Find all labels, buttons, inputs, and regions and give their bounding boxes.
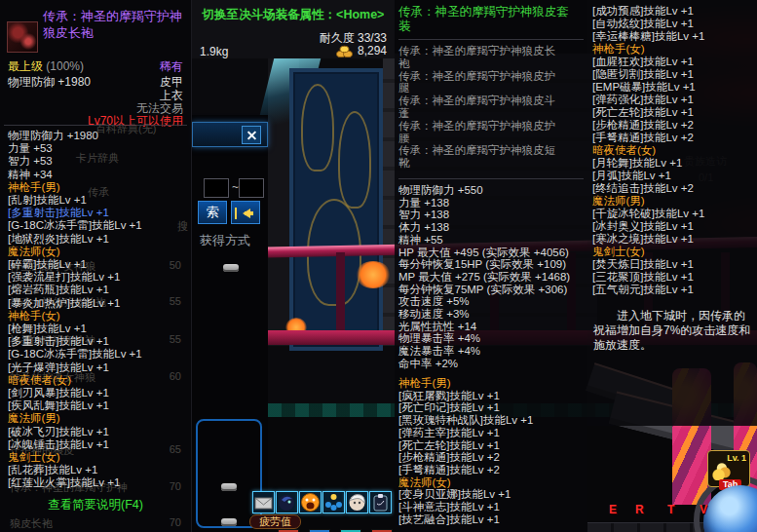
skill-line: [EMP磁暴]技能Lv +1 bbox=[592, 81, 704, 94]
set-stat-line: 魔法暴击率 +4% bbox=[398, 345, 570, 358]
item-stat-line: [破冰飞刃]技能Lv +1 bbox=[8, 426, 142, 438]
set-skill-line: [死亡印记]技能Lv +1 bbox=[398, 401, 533, 414]
set-stat-line: MP 最大值 +275 (实际效果 +1468) bbox=[398, 271, 570, 284]
item-stats-list: 物理防御力 +1980力量 +53智力 +53精神 +34神枪手(男)[乱射]技… bbox=[8, 130, 142, 490]
partial-search-window: ~ 索 获得方式 bbox=[192, 115, 268, 532]
drawer-handle[interactable] bbox=[221, 518, 237, 526]
emote-toolbar bbox=[252, 491, 392, 513]
price-value: 8,294 bbox=[358, 44, 387, 57]
level-max-input[interactable] bbox=[239, 178, 264, 198]
set-skills-list: 神枪手(男)[疯狂屠戮]技能Lv +1[死亡印记]技能Lv +1[黑玫瑰特种战队… bbox=[398, 377, 533, 525]
set-tooltip: 传承：神圣的摩羯守护神狼皮套装 传承：神圣的摩羯守护神狼皮长袍传承：神圣的摩羯守… bbox=[395, 0, 587, 532]
gold-coins-icon bbox=[712, 463, 734, 480]
close-icon[interactable] bbox=[242, 126, 261, 144]
window-titlebar[interactable] bbox=[192, 122, 268, 147]
item-grade: 最上级 (100%) bbox=[8, 58, 84, 75]
item-title: 传承：神圣的摩羯守护神狼皮长袍 bbox=[43, 8, 189, 41]
item-stat-line: [暴炎加热炉]技能Lv +1 bbox=[8, 297, 142, 310]
equip-header-bar: 切换至决斗场装备属性：<Home> 耐久度 33/33 1.9kg 8,294 bbox=[192, 0, 395, 58]
brief-description-hint: 查看简要说明(F4) bbox=[0, 497, 191, 513]
item-stat-line: 暗夜使者(女) bbox=[8, 374, 142, 387]
skill-line: [焚天炼日]技能Lv +1 bbox=[592, 258, 704, 271]
molecule-icon[interactable] bbox=[322, 491, 345, 513]
set-skill-line: [变身贝亚娜]技能Lv +1 bbox=[398, 488, 533, 501]
item-stat-line: 魔法师(女) bbox=[8, 246, 142, 258]
rarity-label: 稀有 bbox=[160, 58, 183, 75]
item-stat-line: [碎霸]技能Lv +1 bbox=[8, 258, 142, 271]
shout-emote-icon[interactable] bbox=[299, 491, 322, 513]
pet-icon[interactable] bbox=[276, 491, 298, 513]
item-stat-line: [枪舞]技能Lv +1 bbox=[8, 323, 142, 335]
set-stat-line: 每分钟恢复75MP (实际效果 +306) bbox=[398, 284, 570, 296]
set-piece: 传承：神圣的摩羯守护神狼皮护腿 bbox=[398, 70, 564, 95]
set-stat-line: 移动速度 +3% bbox=[398, 308, 570, 321]
item-stat-line: 神枪手(女) bbox=[8, 310, 142, 323]
set-piece: 传承：神圣的摩羯守护神狼皮短靴 bbox=[398, 144, 564, 170]
set-stat-line: 光属性抗性 +14 bbox=[398, 321, 570, 333]
set-stat-line: 每分钟恢复15HP (实际效果 +109) bbox=[398, 258, 570, 271]
item-hotkey-slot[interactable]: Lv. 1 Tab bbox=[707, 450, 750, 487]
skill-line: [步枪精通]技能Lv +2 bbox=[592, 119, 704, 132]
skill-line: [死亡左轮]技能Lv +1 bbox=[592, 106, 704, 119]
item-stat-line: 精神 +34 bbox=[8, 169, 142, 181]
set-piece: 传承：神圣的摩羯守护神狼皮长袍 bbox=[398, 45, 564, 70]
gold-price: 8,294 bbox=[336, 44, 387, 57]
item-stat-line: [光子爆弹]技能Lv +1 bbox=[8, 361, 142, 374]
item-stat-line: 物理防御力 +1980 bbox=[8, 130, 142, 142]
item-stat-line: [乱射]技能Lv +1 bbox=[8, 194, 142, 207]
set-skill-line: [技艺融合]技能Lv +1 bbox=[398, 513, 533, 526]
skill-line: [自动炫纹]技能Lv +1 bbox=[592, 18, 704, 30]
level-min-input[interactable] bbox=[204, 178, 229, 198]
skill-line: [千旋冰轮破]技能Lv +1 bbox=[592, 208, 704, 220]
set-stat-line: 精神 +55 bbox=[398, 234, 570, 247]
skill-line: [隐匿切割]技能Lv +1 bbox=[592, 68, 704, 81]
skill-line: [月弧]技能Lv +1 bbox=[592, 170, 704, 182]
item-stat-line: 魔法师(男) bbox=[8, 412, 142, 425]
weight-value: 1.9kg bbox=[200, 45, 228, 58]
set-skill-line: [疯狂屠戮]技能Lv +1 bbox=[398, 390, 533, 402]
skill-line: [月轮舞]技能Lv +1 bbox=[592, 157, 704, 170]
item-stat-line: [强袭流星打]技能Lv +1 bbox=[8, 271, 142, 284]
set-piece-list: 传承：神圣的摩羯守护神狼皮长袍传承：神圣的摩羯守护神狼皮护腿传承：神圣的摩羯守护… bbox=[398, 45, 564, 170]
skill-line: 魔法师(男) bbox=[592, 195, 704, 208]
hotkey-row: ERTV bbox=[587, 503, 757, 518]
item-stat-line: 力量 +53 bbox=[8, 142, 142, 155]
set-skill-line: [斗神意志]技能Lv +1 bbox=[398, 501, 533, 513]
set-stat-line: 物理防御力 +550 bbox=[398, 184, 570, 197]
set-skills-panel: [成功预感]技能Lv +1[自动炫纹]技能Lv +1[幸运棒棒糖]技能Lv +1… bbox=[587, 0, 757, 426]
item-icon bbox=[7, 21, 38, 53]
search-button[interactable]: 索 bbox=[198, 201, 227, 224]
grade-percent: (100%) bbox=[46, 59, 84, 73]
drawer-handle[interactable] bbox=[223, 264, 239, 272]
item-stat-line: [地狱烈炎]技能Lv +1 bbox=[8, 233, 142, 246]
hotkey-label: R bbox=[635, 503, 644, 516]
set-skill-line: 魔法师(女) bbox=[398, 476, 533, 489]
set-stat-line: HP 最大值 +495 (实际效果 +4056) bbox=[398, 247, 570, 259]
clipboard-icon[interactable] bbox=[369, 491, 392, 513]
skill-line: [幸运棒棒糖]技能Lv +1 bbox=[592, 30, 704, 43]
item-stat-line: [G-18C冰冻手雷]技能Lv +1 bbox=[8, 348, 142, 361]
bg-search-button: 搜 bbox=[177, 219, 188, 234]
switch-arena-hint: 切换至决斗场装备属性：<Home> bbox=[192, 7, 395, 23]
item-stat-line: [乱花葬]技能Lv +1 bbox=[8, 464, 142, 476]
rewind-button[interactable] bbox=[231, 201, 260, 224]
item-tooltip: 百科辞典(无) 卡片辞典 传承 搜 神圣的战争女神狼50 控魂女神的狼皮长袍55… bbox=[0, 0, 192, 532]
item-stat-line: [熔岩药瓶]技能Lv +1 bbox=[8, 284, 142, 296]
hotkey-label: T bbox=[667, 503, 674, 516]
set-title: 传承：神圣的摩羯守护神狼皮套装 bbox=[398, 5, 580, 33]
hotkey-label: E bbox=[609, 503, 617, 516]
set-skill-line: [弹药主宰]技能Lv +1 bbox=[398, 427, 533, 439]
hotkey-label: V bbox=[700, 503, 707, 516]
drawer-handle[interactable] bbox=[221, 483, 237, 491]
set-skill-line: 神枪手(男) bbox=[398, 377, 533, 390]
skill-line: [弹药强化]技能Lv +1 bbox=[592, 94, 704, 106]
item-stat-line: [冰魄锤击]技能Lv +1 bbox=[8, 438, 142, 451]
set-stats-list: 物理防御力 +550力量 +138智力 +138体力 +138精神 +55HP … bbox=[398, 184, 570, 370]
mail-icon[interactable] bbox=[252, 491, 275, 513]
set-skill-line: [手弩精通]技能Lv +2 bbox=[398, 464, 533, 476]
item-stat-line: [疾风乱舞]技能Lv +1 bbox=[8, 399, 142, 412]
set-stat-line: 力量 +138 bbox=[398, 197, 570, 209]
skill-line: [血腥狂欢]技能Lv +1 bbox=[592, 56, 704, 68]
character-icon[interactable] bbox=[346, 491, 368, 513]
rewind-arrow-icon bbox=[235, 208, 237, 219]
